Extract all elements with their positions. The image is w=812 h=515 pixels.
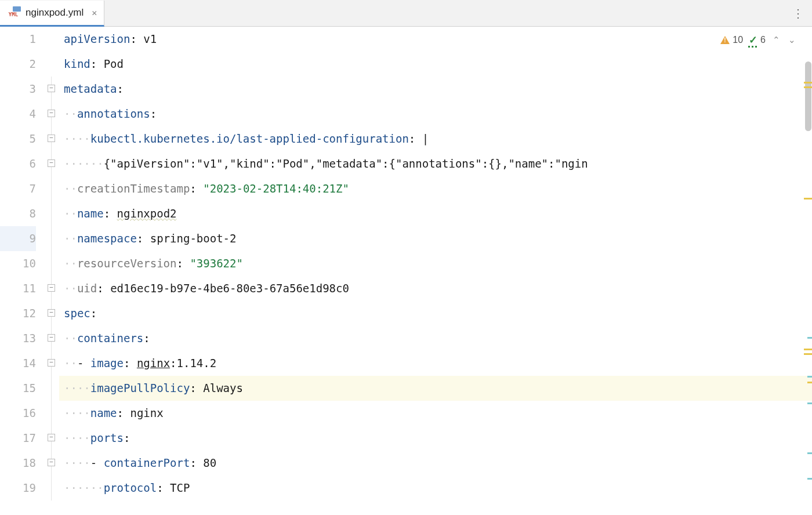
code-line[interactable]: ····ports:	[59, 426, 812, 451]
code-line[interactable]: spec:	[59, 301, 812, 326]
yaml-file-icon: YML	[6, 7, 21, 19]
fold-handle[interactable]: −	[48, 85, 55, 92]
close-icon[interactable]: ✕	[92, 8, 97, 18]
line-number[interactable]: 13	[0, 326, 36, 351]
tab-label: nginxpod.yml	[26, 7, 84, 19]
error-stripe-marker[interactable]	[804, 353, 812, 355]
line-number[interactable]: 17	[0, 426, 36, 451]
fold-handle[interactable]: −	[48, 459, 55, 466]
scrollbar-thumb[interactable]	[805, 61, 811, 131]
fold-handle[interactable]: −	[48, 309, 55, 317]
line-number[interactable]: 10	[0, 251, 36, 276]
warnings-indicator[interactable]: 10	[720, 35, 743, 45]
line-number[interactable]: 2	[0, 52, 36, 77]
error-stripe-marker[interactable]	[804, 349, 812, 350]
fold-handle[interactable]: −	[48, 359, 55, 367]
tab-nginxpod[interactable]: YML nginxpod.yml ✕	[0, 1, 104, 27]
line-number[interactable]: 3	[0, 77, 36, 101]
code-line[interactable]: apiVersion: v1	[59, 27, 812, 52]
error-stripe-marker[interactable]	[807, 402, 812, 404]
line-number[interactable]: 16	[0, 401, 36, 426]
code-line[interactable]: ··containers:	[59, 326, 812, 351]
error-stripe-marker[interactable]	[807, 478, 812, 480]
code-line[interactable]: metadata:	[59, 77, 812, 101]
typo-icon: ✓	[749, 34, 757, 46]
code-line[interactable]: ··namespace: spring-boot-2	[59, 226, 812, 251]
error-stripe-marker[interactable]	[804, 86, 812, 88]
line-number[interactable]: 7	[0, 176, 36, 201]
line-number[interactable]: 1	[0, 27, 36, 52]
code-line[interactable]: ··creationTimestamp: "2023-02-28T14:40:2…	[59, 176, 812, 201]
error-stripe-marker[interactable]	[807, 382, 812, 383]
line-number[interactable]: 18	[0, 451, 36, 476]
error-stripe-marker[interactable]	[807, 452, 812, 454]
line-number[interactable]: 6	[0, 151, 36, 176]
line-number[interactable]: 14	[0, 351, 36, 376]
typos-count: 6	[760, 35, 766, 45]
error-stripe-marker[interactable]	[807, 376, 812, 378]
fold-handle[interactable]: −	[48, 110, 55, 117]
tab-bar: YML nginxpod.yml ✕ ⋮	[0, 0, 812, 27]
line-number[interactable]: 8	[0, 201, 36, 226]
prev-highlight-button[interactable]: ⌃	[771, 35, 781, 45]
error-stripe-marker[interactable]	[804, 198, 812, 200]
tab-overflow-menu[interactable]: ⋮	[784, 0, 812, 26]
line-number[interactable]: 19	[0, 476, 36, 501]
code-line[interactable]: ····kubectl.kubernetes.io/last-applied-c…	[59, 126, 812, 151]
fold-handle[interactable]: −	[48, 434, 55, 441]
editor: 12345678910111213141516171819 −−−−−−−−−−…	[0, 27, 812, 515]
code-line[interactable]: ····name: nginx	[59, 401, 812, 426]
error-stripe-marker[interactable]	[804, 82, 812, 84]
code-line[interactable]: ······protocol: TCP	[59, 476, 812, 501]
fold-handle[interactable]: −	[48, 135, 55, 142]
warnings-count: 10	[733, 35, 743, 45]
fold-gutter[interactable]: −−−−−−−−−−	[46, 27, 59, 515]
line-number-gutter[interactable]: 12345678910111213141516171819	[0, 27, 46, 515]
code-line[interactable]: ··resourceVersion: "393622"	[59, 251, 812, 276]
error-stripe[interactable]	[804, 27, 812, 515]
kebab-icon: ⋮	[792, 6, 804, 20]
line-number[interactable]: 5	[0, 126, 36, 151]
code-line[interactable]: ······{"apiVersion":"v1","kind":"Pod","m…	[59, 151, 812, 176]
line-number[interactable]: 9	[0, 226, 36, 251]
code-line[interactable]: ··uid: ed16ec19-b97e-4be6-80e3-67a56e1d9…	[59, 276, 812, 301]
line-number[interactable]: 12	[0, 301, 36, 326]
inspections-widget[interactable]: 10 ✓ 6 ⌃ ⌄	[720, 34, 797, 46]
code-line[interactable]: ····- containerPort: 80	[59, 451, 812, 476]
typos-indicator[interactable]: ✓ 6	[749, 34, 766, 46]
line-number[interactable]: 4	[0, 101, 36, 126]
code-line[interactable]: ··name: nginxpod2	[59, 201, 812, 226]
code-line[interactable]: ··- image: nginx:1.14.2	[59, 351, 812, 376]
code-area[interactable]: 10 ✓ 6 ⌃ ⌄ apiVersion: v1kind: Podmetada…	[59, 27, 812, 515]
next-highlight-button[interactable]: ⌄	[787, 35, 797, 45]
line-number[interactable]: 15	[0, 376, 36, 401]
fold-handle[interactable]: −	[48, 334, 55, 342]
fold-handle[interactable]: −	[48, 284, 55, 292]
line-number[interactable]: 11	[0, 276, 36, 301]
code-line[interactable]: ····imagePullPolicy: Always	[59, 376, 812, 401]
fold-handle[interactable]: −	[48, 159, 55, 167]
error-stripe-marker[interactable]	[807, 337, 812, 339]
code-line[interactable]: kind: Pod	[59, 52, 812, 77]
warning-icon	[720, 36, 730, 44]
code-line[interactable]: ··annotations:	[59, 101, 812, 126]
